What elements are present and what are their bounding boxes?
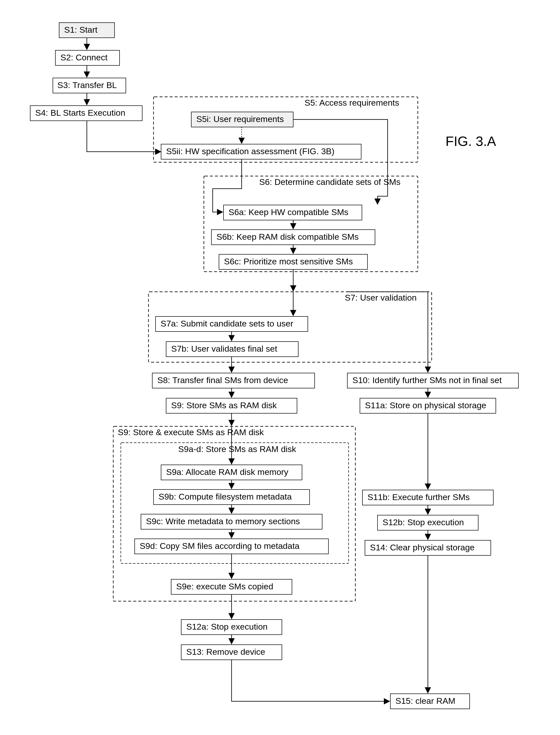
label-s12a: S12a: Stop execution	[186, 622, 268, 631]
label-s14: S14: Clear physical storage	[370, 542, 475, 552]
label-s6: S6: Determine candidate sets of SMs	[259, 177, 400, 187]
label-s7b: S7b: User validates final set	[171, 344, 277, 354]
edge-s4-s5ii	[87, 121, 160, 152]
label-s8: S8: Transfer final SMs from device	[157, 375, 288, 385]
label-s9group: S9: Store & execute SMs as RAM disk	[118, 427, 264, 437]
edge-s5ii-s6a	[213, 159, 242, 212]
label-s9d: S9d: Copy SM files according to metadata	[140, 541, 300, 551]
figure-label: FIG. 3.A	[445, 134, 496, 149]
label-s9a: S9a: Allocate RAM disk memory	[166, 467, 288, 477]
label-s11a: S11a: Store on physical storage	[365, 400, 486, 410]
label-s7: S7: User validation	[345, 293, 417, 302]
label-s13: S13: Remove device	[186, 647, 265, 656]
label-s5: S5: Access requirements	[305, 98, 399, 107]
label-s9b: S9b: Compute filesystem metadata	[159, 492, 292, 501]
label-s6c: S6c: Prioritize most sensitive SMs	[224, 257, 353, 266]
label-s6b: S6b: Keep RAM disk compatible SMs	[216, 232, 359, 242]
label-s2: S2: Connect	[60, 53, 108, 62]
label-s6a: S6a: Keep HW compatible SMs	[229, 207, 348, 217]
label-s5ii: S5ii: HW specification assessment (FIG. …	[166, 146, 334, 156]
label-s3: S3: Transfer BL	[57, 80, 117, 90]
edge-s5i-s6a	[293, 120, 388, 204]
label-s12b: S12b: Stop execution	[383, 517, 464, 527]
label-s4: S4: BL Starts Execution	[35, 108, 125, 118]
label-s11b: S11b: Execute further SMs	[367, 492, 470, 502]
label-s9top: S9: Store SMs as RAM disk	[171, 400, 277, 410]
label-s9c: S9c: Write metadata to memory sections	[146, 516, 300, 526]
label-s9sub: S9a-d: Store SMs as RAM disk	[178, 444, 296, 454]
label-s1: S1: Start	[64, 25, 98, 34]
label-s15: S15: clear RAM	[395, 696, 455, 706]
label-s5i: S5i: User requirements	[196, 114, 284, 124]
label-s10: S10: Identify further SMs not in final s…	[352, 375, 502, 385]
label-s9e: S9e: execute SMs copied	[176, 581, 273, 591]
label-s7a: S7a: Submit candidate sets to user	[161, 319, 293, 328]
flowchart-canvas: FIG. 3.A S1: Start S2: Connect S3: Trans…	[0, 0, 560, 735]
edge-s13-s15	[232, 660, 389, 701]
